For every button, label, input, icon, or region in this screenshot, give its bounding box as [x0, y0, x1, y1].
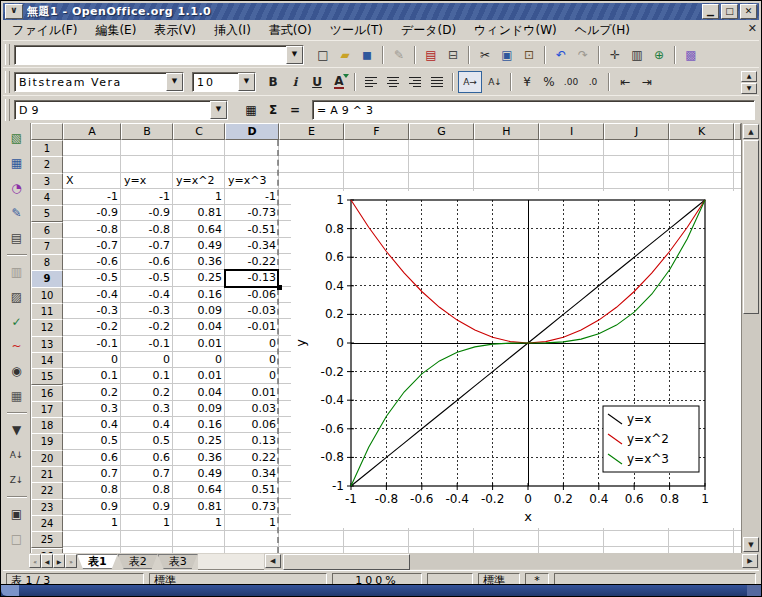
hyperlink-icon[interactable]: ⊕ — [648, 45, 670, 65]
row-header-2[interactable]: 2 — [31, 156, 63, 173]
save-icon[interactable]: ◼ — [356, 45, 378, 65]
cell-A24[interactable]: 1 — [63, 515, 121, 531]
undo-icon[interactable]: ↶ — [550, 45, 572, 65]
vertical-scrollbar[interactable]: ▲ ▼ — [741, 123, 760, 553]
cell-A13[interactable]: -0.1 — [63, 336, 121, 352]
cell-A16[interactable]: 0.2 — [63, 385, 121, 401]
cell-B15[interactable]: 0.1 — [121, 368, 173, 384]
menu-item-file[interactable]: ファイル(F) — [3, 20, 86, 41]
cell-B11[interactable]: -0.3 — [121, 303, 173, 319]
cell-A21[interactable]: 0.7 — [63, 466, 121, 482]
autoformat-icon[interactable]: ▨ — [4, 286, 30, 308]
cell-A7[interactable]: -0.7 — [63, 238, 121, 254]
row-header-10[interactable]: 10 — [31, 287, 63, 304]
cell-D16[interactable]: 0.01 — [225, 385, 279, 401]
column-header-E[interactable]: E — [279, 123, 344, 140]
cell-A4[interactable]: -1 — [63, 189, 121, 205]
next-sheet-button[interactable]: ▶ — [53, 554, 65, 568]
cells-area[interactable]: Xy=xy=x^2y=x^3-1-11-1-0.9-0.90.81-0.73-0… — [63, 140, 741, 553]
chevron-down-icon[interactable]: ▼ — [210, 101, 227, 119]
cell-D17[interactable]: 0.03 — [225, 401, 279, 417]
column-header-J[interactable]: J — [604, 123, 669, 140]
text-vertical-icon[interactable]: A↓ — [484, 72, 506, 92]
increase-indent-icon[interactable]: ⇥ — [636, 72, 658, 92]
cell-A15[interactable]: 0.1 — [63, 368, 121, 384]
cell-D22[interactable]: 0.51 — [225, 482, 279, 498]
cell-C12[interactable]: 0.04 — [173, 319, 225, 335]
cell-B17[interactable]: 0.3 — [121, 401, 173, 417]
cell-A18[interactable]: 0.4 — [63, 417, 121, 433]
previous-sheet-button[interactable]: ◀ — [41, 554, 53, 568]
minimize-icon[interactable]: ▁ — [702, 4, 719, 19]
cell-C9[interactable]: 0.25 — [173, 270, 225, 286]
bold-button[interactable]: B — [262, 72, 284, 92]
cell-D15[interactable]: 0 — [225, 368, 279, 384]
row-header-20[interactable]: 20 — [31, 450, 63, 467]
delete-decimal-icon[interactable]: .0 — [582, 72, 604, 92]
column-header-partial[interactable] — [734, 123, 741, 140]
align-right-icon[interactable] — [404, 72, 426, 92]
cell-A23[interactable]: 0.9 — [63, 499, 121, 515]
horizontal-scrollbar[interactable]: ◀ ▶ — [264, 553, 759, 569]
first-sheet-button[interactable]: « — [29, 554, 41, 568]
cell-A12[interactable]: -0.2 — [63, 319, 121, 335]
hyperlink-bar-icon[interactable]: ▥ — [4, 261, 30, 283]
paste-icon[interactable]: ⊡ — [518, 45, 540, 65]
cell-B13[interactable]: -0.1 — [121, 336, 173, 352]
form-functions-icon[interactable]: ▤ — [4, 227, 30, 249]
menu-item-edit[interactable]: 編集(E) — [86, 20, 145, 41]
cell-C4[interactable]: 1 — [173, 189, 225, 205]
percent-icon[interactable]: % — [538, 72, 560, 92]
chevron-down-icon[interactable]: ▼ — [166, 73, 183, 91]
print-icon[interactable]: ⊟ — [442, 45, 464, 65]
cell-B8[interactable]: -0.6 — [121, 254, 173, 270]
equals-button[interactable]: = — [284, 101, 306, 119]
font-color-button[interactable]: A — [328, 72, 350, 92]
cell-C6[interactable]: 0.64 — [173, 222, 225, 238]
column-header-K[interactable]: K — [669, 123, 734, 140]
cut-icon[interactable]: ✂ — [474, 45, 496, 65]
cell-C24[interactable]: 1 — [173, 515, 225, 531]
row-header-6[interactable]: 6 — [31, 222, 63, 239]
row-header-24[interactable]: 24 — [31, 515, 63, 532]
column-header-F[interactable]: F — [344, 123, 409, 140]
horizontal-scroll-thumb[interactable] — [283, 554, 410, 570]
cell-D4[interactable]: -1 — [225, 189, 279, 205]
row-header-1[interactable]: 1 — [31, 140, 63, 157]
row-header-19[interactable]: 19 — [31, 433, 63, 450]
column-header-D[interactable]: D — [225, 123, 279, 140]
cell-C21[interactable]: 0.49 — [173, 466, 225, 482]
document-close-icon[interactable]: ✕ — [748, 22, 757, 35]
decrease-indent-icon[interactable]: ⇤ — [614, 72, 636, 92]
cell-D11[interactable]: -0.03 — [225, 303, 279, 319]
cell-D6[interactable]: -0.51 — [225, 222, 279, 238]
cell-D3[interactable]: y=x^3 — [225, 173, 279, 189]
cell-D5[interactable]: -0.73 — [225, 205, 279, 221]
embedded-chart[interactable]: -1-0.8-0.6-0.4-0.200.20.40.60.8110.80.60… — [291, 191, 741, 528]
url-combobox[interactable]: ▼ — [14, 45, 304, 65]
menu-item-window[interactable]: ウィンドウ(W) — [465, 20, 566, 41]
open-icon[interactable]: ▰ — [334, 45, 356, 65]
cell-C13[interactable]: 0.01 — [173, 336, 225, 352]
maximize-icon[interactable]: □ — [721, 4, 738, 19]
cell-B7[interactable]: -0.7 — [121, 238, 173, 254]
cell-A19[interactable]: 0.5 — [63, 433, 121, 449]
close-icon[interactable]: ✕ — [740, 4, 757, 19]
column-header-H[interactable]: H — [474, 123, 539, 140]
cell-A6[interactable]: -0.8 — [63, 222, 121, 238]
cell-B16[interactable]: 0.2 — [121, 385, 173, 401]
italic-button[interactable]: i — [284, 72, 306, 92]
sheet-tab-2[interactable]: 表2 — [118, 554, 158, 569]
gallery-icon[interactable]: ▩ — [680, 45, 702, 65]
new-document-icon[interactable]: □ — [312, 45, 334, 65]
cell-A5[interactable]: -0.9 — [63, 205, 121, 221]
select-all-corner[interactable] — [31, 123, 63, 140]
sheet-tab-3[interactable]: 表3 — [158, 554, 198, 569]
scroll-down-icon[interactable]: ▼ — [743, 537, 759, 552]
column-header-I[interactable]: I — [539, 123, 604, 140]
autofilter-icon[interactable]: ▼ — [4, 419, 30, 441]
toolbar-scroll[interactable]: ▲ ▼ — [741, 71, 757, 94]
currency-icon[interactable]: ¥ — [516, 72, 538, 92]
last-sheet-button[interactable]: » — [65, 554, 77, 568]
cell-B10[interactable]: -0.4 — [121, 287, 173, 303]
